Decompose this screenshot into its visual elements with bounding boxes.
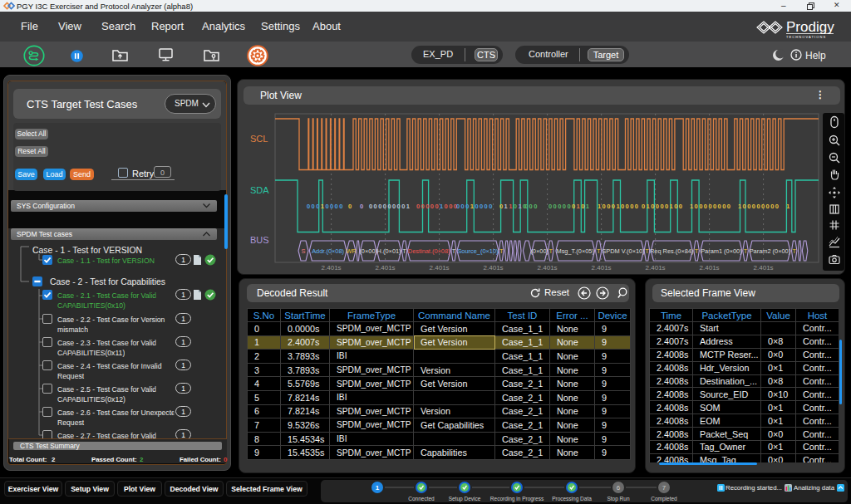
svg-text:0: 0: [316, 203, 319, 210]
svg-text:1: 1: [598, 203, 601, 210]
svg-text:T: T: [597, 247, 601, 255]
svg-text:0: 0: [722, 203, 726, 210]
svg-text:1: 1: [670, 203, 673, 210]
svg-text:1: 1: [376, 484, 380, 492]
svg-text:0: 0: [665, 203, 668, 210]
svg-text:0: 0: [747, 203, 750, 210]
svg-text:0: 0: [330, 203, 333, 210]
svg-text:0: 0: [621, 203, 624, 210]
svg-text:SDA: SDA: [250, 185, 269, 195]
svg-text:0: 0: [756, 203, 760, 210]
svg-text:0: 0: [360, 203, 363, 210]
svg-text:0: 0: [761, 203, 765, 210]
svg-text:2.401s: 2.401s: [322, 264, 342, 272]
svg-text:0: 0: [387, 203, 391, 210]
svg-text:0: 0: [752, 203, 755, 210]
svg-text:1: 1: [586, 203, 589, 210]
svg-text:0: 0: [499, 203, 503, 210]
svg-text:0: 0: [485, 203, 488, 210]
svg-text:0: 0: [558, 203, 561, 210]
svg-text:0: 0: [727, 203, 730, 210]
svg-text:Completed: Completed: [651, 496, 677, 502]
svg-text:0: 0: [534, 203, 537, 210]
svg-text:2.401s: 2.401s: [376, 264, 396, 272]
svg-text:2.401s: 2.401s: [592, 264, 612, 272]
svg-text:T: T: [744, 247, 748, 255]
svg-text:T: T: [549, 247, 553, 255]
svg-text:(0×00): (0×00): [530, 247, 548, 255]
svg-text:0: 0: [369, 203, 372, 210]
svg-text:SPDM V.(0×10): SPDM V.(0×10): [602, 247, 644, 255]
svg-text:0: 0: [718, 203, 721, 210]
svg-text:0: 0: [612, 203, 615, 210]
svg-text:Param1 (0×00): Param1 (0×00): [701, 247, 742, 255]
svg-text:0: 0: [426, 203, 429, 210]
svg-text:0: 0: [445, 203, 448, 210]
svg-text:0: 0: [704, 203, 707, 210]
svg-text:0: 0: [383, 203, 386, 210]
svg-text:1: 1: [738, 203, 741, 210]
svg-text:2.401s: 2.401s: [646, 264, 666, 272]
svg-text:Param2 (0×00): Param2 (0×00): [750, 247, 791, 255]
svg-text:0: 0: [307, 203, 310, 210]
svg-text:0: 0: [713, 203, 716, 210]
svg-text:0: 0: [348, 203, 352, 210]
svg-text:H.(0×01): H.(0×01): [377, 247, 401, 255]
svg-text:Req Res.(0×84): Req Res.(0×84): [650, 247, 693, 255]
svg-text:0: 0: [461, 203, 465, 210]
svg-text:Prodigy: Prodigy: [786, 19, 834, 35]
svg-text:(0×00): (0×00): [359, 247, 377, 255]
svg-text:0: 0: [635, 203, 638, 210]
svg-text:0: 0: [708, 203, 711, 210]
svg-text:TECHNOVATIONS: TECHNOVATIONS: [786, 35, 826, 39]
svg-text:T: T: [792, 247, 796, 255]
svg-text:Source_(0×10): Source_(0×10): [457, 247, 498, 255]
svg-text:0: 0: [607, 203, 610, 210]
svg-text:2.401s: 2.401s: [430, 264, 450, 272]
svg-text:T: T: [402, 247, 406, 255]
svg-text:0: 0: [548, 203, 552, 210]
svg-text:0: 0: [456, 203, 460, 210]
svg-text:0: 0: [378, 203, 381, 210]
svg-text:0: 0: [581, 203, 584, 210]
svg-text:0: 0: [325, 203, 328, 210]
svg-text:6: 6: [617, 484, 621, 492]
svg-text:0: 0: [567, 203, 570, 210]
svg-text:Connected: Connected: [408, 496, 435, 502]
svg-text:0: 0: [339, 203, 342, 210]
svg-text:0: 0: [563, 203, 566, 210]
svg-text:0: 0: [660, 203, 663, 210]
svg-text:0: 0: [401, 203, 405, 210]
svg-text:0: 0: [335, 203, 338, 210]
svg-text:0: 0: [489, 203, 492, 210]
svg-text:1: 1: [440, 203, 443, 210]
svg-text:0: 0: [416, 203, 420, 210]
svg-text:0: 0: [695, 203, 698, 210]
svg-text:0: 0: [480, 203, 483, 210]
svg-text:0: 0: [392, 203, 396, 210]
svg-text:0: 0: [651, 203, 654, 210]
svg-text:1: 1: [509, 203, 512, 210]
svg-text:1: 1: [690, 203, 693, 210]
svg-text:T: T: [499, 247, 504, 255]
svg-text:0: 0: [465, 203, 469, 210]
svg-text:2.401s: 2.401s: [754, 264, 774, 272]
svg-text:1: 1: [321, 203, 324, 210]
svg-text:0: 0: [626, 203, 629, 210]
svg-text:0: 0: [529, 203, 533, 210]
svg-text:0: 0: [656, 203, 659, 210]
svg-text:SCL: SCL: [250, 134, 268, 144]
svg-text:1: 1: [518, 203, 521, 210]
svg-text:0: 0: [603, 203, 606, 210]
svg-text:WR: WR: [346, 247, 356, 255]
svg-text:0: 0: [770, 203, 774, 210]
svg-text:1: 1: [406, 203, 410, 210]
svg-text:0: 0: [435, 203, 438, 210]
svg-text:BUS: BUS: [250, 235, 269, 245]
svg-text:Destinat.(0×08): Destinat.(0×08): [408, 247, 450, 255]
svg-text:0: 0: [449, 203, 452, 210]
svg-text:0: 0: [699, 203, 702, 210]
svg-text:1: 1: [504, 203, 508, 210]
svg-text:2.401s: 2.401s: [538, 264, 558, 272]
svg-text:0: 0: [312, 203, 315, 210]
